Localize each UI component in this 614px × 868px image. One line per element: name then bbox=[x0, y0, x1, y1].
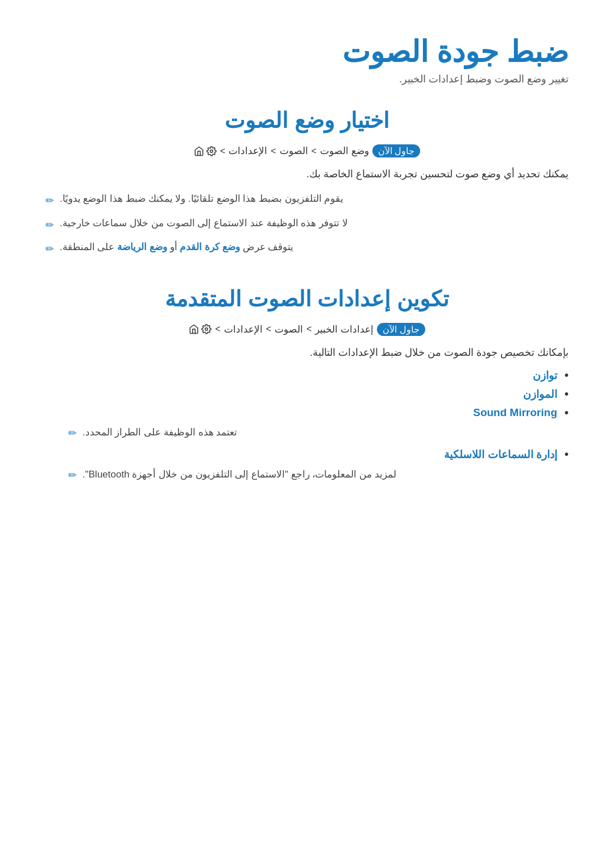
settings-icon-2 bbox=[189, 324, 211, 334]
wireless-note: لمزيد من المعلومات، راجع "الاستماع إلى ا… bbox=[68, 467, 569, 484]
bold-football: وضع كرة القدم bbox=[180, 242, 239, 252]
section2-title: تكوين إعدادات الصوت المتقدمة bbox=[45, 286, 569, 312]
breadcrumb-expert-2: إعدادات الخبير bbox=[315, 323, 374, 335]
wireless-note-text: لمزيد من المعلومات، راجع "الاستماع إلى ا… bbox=[82, 467, 396, 483]
page-header: ضبط جودة الصوت تغيير وضع الصوت وضبط إعدا… bbox=[45, 34, 569, 85]
arrow1-2: > bbox=[215, 324, 220, 334]
note-1-3: يتوقف عرض وضع كرة القدم أو وضع الرياضة ع… bbox=[45, 239, 569, 258]
bullet-list-wireless: إدارة السماعات اللاسلكية bbox=[45, 448, 569, 461]
bullet-equalizer-label: الموازن bbox=[523, 388, 557, 400]
settings-icon-1 bbox=[194, 146, 217, 156]
section2-desc: بإمكانك تخصيص جودة الصوت من خلال ضبط الإ… bbox=[45, 344, 569, 362]
pencil-icon-1-3: ✏ bbox=[45, 240, 54, 258]
breadcrumb-sound-mode-1: وضع الصوت bbox=[320, 145, 369, 157]
breadcrumb-settings-1: الإعدادات bbox=[229, 145, 267, 157]
arrow2-1: > bbox=[271, 146, 276, 156]
breadcrumb-try-1[interactable]: جاول الآن bbox=[372, 144, 420, 157]
arrow1-1: > bbox=[220, 146, 225, 156]
sound-mirroring-note-text: تعتمد هذه الوظيفة على الطراز المحدد. bbox=[82, 425, 237, 441]
breadcrumb-sound-1: الصوت bbox=[280, 145, 308, 157]
bullet-sound-mirroring-label: Sound Mirroring bbox=[473, 406, 557, 418]
bullet-item-balance[interactable]: توازن bbox=[45, 369, 569, 382]
bullet-item-sound-mirroring[interactable]: Sound Mirroring bbox=[45, 406, 569, 419]
pencil-icon-sound-mirroring: ✏ bbox=[68, 425, 77, 442]
breadcrumb-sound-2: الصوت bbox=[275, 323, 303, 335]
section1-desc: يمكنك تحديد أي وضع صوت لتحسين تجربة الاس… bbox=[45, 165, 569, 183]
arrow2-2: > bbox=[266, 324, 271, 334]
page-subtitle: تغيير وضع الصوت وضبط إعدادات الخبير. bbox=[45, 73, 569, 85]
arrow3-1: > bbox=[312, 146, 317, 156]
bullet-list-2: توازن الموازن Sound Mirroring bbox=[45, 369, 569, 419]
note-1-2-text: لا تتوفر هذه الوظيفة عند الاستماع إلى ال… bbox=[60, 215, 348, 232]
bullet-item-wireless[interactable]: إدارة السماعات اللاسلكية bbox=[45, 448, 569, 461]
bullet-wireless-label: إدارة السماعات اللاسلكية bbox=[444, 448, 557, 460]
breadcrumb-try-2[interactable]: جاول الآن bbox=[377, 323, 425, 336]
bullet-balance-label: توازن bbox=[533, 369, 557, 381]
sound-mirroring-note: تعتمد هذه الوظيفة على الطراز المحدد. ✏ bbox=[68, 425, 569, 442]
page-title: ضبط جودة الصوت bbox=[45, 34, 569, 69]
note-1-3-text: يتوقف عرض وضع كرة القدم أو وضع الرياضة ع… bbox=[60, 239, 293, 256]
section-advanced-sound: تكوين إعدادات الصوت المتقدمة جاول الآن إ… bbox=[45, 286, 569, 484]
breadcrumb-2: جاول الآن إعدادات الخبير > الصوت > الإعد… bbox=[45, 323, 569, 336]
pencil-icon-1-1: ✏ bbox=[45, 192, 54, 210]
arrow3-2: > bbox=[306, 324, 312, 334]
section-sound-mode: اختيار وضع الصوت جاول الآن وضع الصوت > ا… bbox=[45, 108, 569, 258]
note-1-2: لا تتوفر هذه الوظيفة عند الاستماع إلى ال… bbox=[45, 215, 569, 234]
note-1-1-text: يقوم التلفزيون بضبط هذا الوضع تلقائيًا. … bbox=[60, 191, 343, 207]
note-1-1: يقوم التلفزيون بضبط هذا الوضع تلقائيًا. … bbox=[45, 191, 569, 210]
breadcrumb-1: جاول الآن وضع الصوت > الصوت > الإعدادات … bbox=[45, 144, 569, 157]
bold-sports: وضع الرياضة bbox=[117, 242, 167, 252]
bullet-item-equalizer[interactable]: الموازن bbox=[45, 388, 569, 401]
section1-title: اختيار وضع الصوت bbox=[45, 108, 569, 133]
pencil-icon-1-2: ✏ bbox=[45, 217, 54, 234]
svg-point-0 bbox=[210, 150, 213, 153]
pencil-icon-wireless: ✏ bbox=[68, 467, 77, 484]
svg-point-1 bbox=[205, 328, 208, 331]
breadcrumb-settings-2: الإعدادات bbox=[224, 323, 263, 335]
